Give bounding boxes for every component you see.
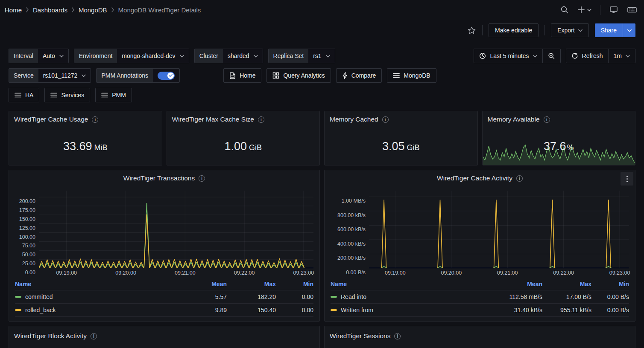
chevron-right-icon — [71, 7, 75, 12]
chart-plot-area[interactable] — [369, 191, 629, 268]
legend-header-name[interactable]: Name — [331, 278, 491, 290]
panel-title[interactable]: WiredTiger Transactions — [123, 174, 195, 182]
legend-max-value: 17.00 B/s — [542, 290, 591, 304]
info-icon[interactable]: i — [382, 116, 389, 123]
legend-header-max[interactable]: Max — [542, 278, 591, 290]
legend-row: committed 5.57 182.20 0.00 — [15, 290, 313, 304]
panel-wiredtiger-sessions: WiredTiger Sessionsi — [324, 326, 635, 348]
replica-set-value-dropdown[interactable]: rs1 — [308, 49, 334, 63]
breadcrumb-dashboards[interactable]: Dashboards — [33, 6, 67, 14]
chevron-down-icon — [326, 55, 330, 58]
legend-mean-value: 9.89 — [176, 304, 227, 317]
divider — [482, 25, 483, 35]
new-menu-button[interactable] — [577, 6, 591, 14]
dashboard-actions-bar: Make editable Export Share — [0, 20, 644, 41]
service-value-dropdown[interactable]: rs101_11272 — [38, 69, 91, 82]
panel-title[interactable]: WiredTiger Block Activity — [14, 332, 87, 340]
legend-min-value: 0.00 — [276, 290, 313, 304]
chevron-down-icon — [533, 55, 537, 58]
legend-min-value: 0.00 — [276, 304, 313, 317]
top-nav-bar: Home Dashboards MongoDB MongoDB WiredTig… — [0, 0, 644, 20]
legend-series-toggle[interactable]: rolled_back — [15, 304, 176, 317]
plus-icon — [577, 6, 585, 14]
ha-link-button[interactable]: HA — [9, 88, 39, 102]
panel-menu-kebab-icon[interactable] — [621, 172, 633, 186]
info-icon[interactable]: i — [91, 333, 97, 339]
panel-title[interactable]: WiredTiger Sessions — [330, 332, 390, 340]
chart-panels-row: WiredTiger Transactionsi 200.00175.00150… — [9, 170, 635, 322]
panel-wiredtiger-transactions: WiredTiger Transactionsi 200.00175.00150… — [9, 170, 320, 322]
monitor-icon[interactable] — [609, 6, 618, 14]
panel-title[interactable]: WiredTiger Cache Usage — [14, 116, 88, 123]
legend-mean-value: 5.57 — [176, 290, 227, 304]
breadcrumb-home[interactable]: Home — [5, 6, 22, 14]
legend-header-min[interactable]: Min — [276, 278, 313, 290]
x-axis-labels: 09:19:0009:20:0009:21:0009:22:0009:23:00 — [39, 268, 313, 278]
legend-series-toggle[interactable]: Read into — [331, 290, 491, 304]
panel-title[interactable]: Memory Cached — [330, 116, 378, 123]
document-icon — [229, 72, 236, 79]
info-icon[interactable]: i — [199, 175, 205, 182]
interval-value-dropdown[interactable]: Auto — [38, 49, 68, 63]
cluster-value-dropdown[interactable]: sharded — [223, 49, 263, 63]
refresh-picker: Refresh 1m — [566, 49, 635, 63]
legend-series-toggle[interactable]: committed — [15, 290, 176, 304]
pmm-link-button[interactable]: PMM — [95, 88, 132, 102]
info-icon[interactable]: i — [544, 116, 550, 123]
chevron-down-icon — [627, 29, 632, 32]
x-axis-labels: 09:19:0009:20:0009:21:0009:22:0009:23:00 — [369, 268, 629, 278]
refresh-interval-dropdown[interactable]: 1m — [609, 49, 635, 63]
info-icon[interactable]: i — [516, 175, 523, 182]
cluster-variable: Cluster sharded — [194, 49, 263, 63]
info-icon[interactable]: i — [394, 333, 401, 339]
chart-plot-area[interactable] — [39, 191, 313, 268]
series-color-swatch — [15, 309, 21, 311]
legend-max-value: 182.20 — [227, 290, 276, 304]
panel-title[interactable]: WiredTiger Cache Activity — [437, 174, 512, 182]
chevron-down-icon — [82, 74, 86, 77]
legend-header-mean[interactable]: Mean — [176, 278, 227, 290]
zoom-out-time-button[interactable] — [543, 49, 560, 63]
legend-series-toggle[interactable]: Written from — [331, 304, 491, 317]
home-link-button[interactable]: Home — [223, 68, 261, 83]
export-button[interactable]: Export — [551, 23, 588, 37]
mongodb-link-button[interactable]: MongoDB — [387, 68, 436, 83]
share-menu-caret[interactable] — [623, 23, 635, 37]
make-editable-button[interactable]: Make editable — [489, 23, 539, 37]
bottom-panels-row: WiredTiger Block Activityi WiredTiger Se… — [9, 326, 635, 348]
refresh-button[interactable]: Refresh — [566, 49, 608, 63]
replica-set-variable: Replica Set rs1 — [268, 49, 335, 63]
panel-title[interactable]: WiredTiger Max Cache Size — [172, 116, 254, 123]
panel-wiredtiger-block-activity: WiredTiger Block Activityi — [9, 326, 320, 348]
star-icon[interactable] — [467, 26, 476, 35]
search-icon[interactable] — [560, 6, 569, 14]
legend-header-mean[interactable]: Mean — [491, 278, 542, 290]
breadcrumb-mongodb[interactable]: MongoDB — [79, 6, 107, 14]
chart-legend: Name Mean Max Min committed 5.57 182.20 … — [9, 278, 319, 320]
legend-mean-value: 31.40 kB/s — [491, 304, 542, 317]
stat-value: 37.6% — [544, 140, 574, 153]
services-link-button[interactable]: Services — [44, 88, 90, 102]
chevron-down-icon — [180, 55, 184, 58]
panel-title[interactable]: Memory Available — [488, 116, 540, 123]
chevron-down-icon — [626, 55, 630, 58]
series-color-swatch — [15, 296, 21, 298]
info-icon[interactable]: i — [258, 116, 264, 123]
share-button[interactable]: Share — [595, 23, 623, 37]
breadcrumb: Home Dashboards MongoDB MongoDB WiredTig… — [5, 6, 201, 14]
info-icon[interactable]: i — [92, 116, 98, 123]
stat-panels-row: WiredTiger Cache Usagei 33.69MiB WiredTi… — [9, 111, 635, 165]
compare-link-button[interactable]: Compare — [336, 68, 382, 83]
stat-value: 1.00GiB — [224, 140, 262, 153]
legend-header-name[interactable]: Name — [15, 278, 176, 290]
query-analytics-link-button[interactable]: Query Analytics — [266, 68, 331, 83]
interval-variable: Interval Auto — [9, 49, 69, 63]
time-range-button[interactable]: Last 5 minutes — [474, 49, 542, 63]
keyboard-icon[interactable] — [627, 6, 637, 14]
environment-value-dropdown[interactable]: mongo-sharded-dev — [117, 49, 188, 63]
pmm-annotations-toggle[interactable] — [153, 69, 179, 82]
series-color-swatch — [331, 296, 337, 298]
legend-header-max[interactable]: Max — [227, 278, 276, 290]
legend-min-value: 0.00 B/s — [591, 290, 629, 304]
legend-header-min[interactable]: Min — [591, 278, 629, 290]
